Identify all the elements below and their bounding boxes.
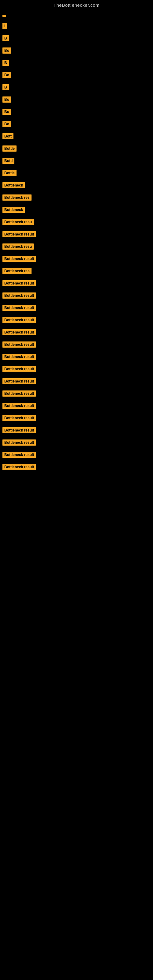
bottleneck-label: Bo <box>2 72 11 78</box>
bottleneck-label: Bottleneck resu <box>2 243 33 250</box>
bottleneck-label: Bottleneck result <box>2 403 36 409</box>
bottleneck-label: Bottleneck result <box>2 280 36 286</box>
list-item: Bottleneck result <box>0 436 153 449</box>
list-item: Bottleneck result <box>0 412 153 424</box>
list-item: Bottleneck res <box>0 191 153 204</box>
list-item: Bottleneck <box>0 204 153 216</box>
bottleneck-label: Bo <box>2 109 11 115</box>
bottleneck-label: Bo <box>2 48 11 54</box>
bottleneck-label: Bottleneck result <box>2 317 36 323</box>
site-title: TheBottlenecker.com <box>0 0 153 9</box>
bottleneck-label: Bottl <box>2 158 14 164</box>
list-item: Bottleneck result <box>0 339 153 351</box>
list-item: Bottleneck res <box>0 265 153 277</box>
list-item: Bo <box>0 45 153 57</box>
list-item: Bottleneck result <box>0 253 153 265</box>
bottleneck-label: Bottleneck result <box>2 366 36 372</box>
list-item: B <box>0 81 153 94</box>
list-item: Bottleneck result <box>0 387 153 400</box>
list-item: Bottleneck result <box>0 400 153 412</box>
bottleneck-label: Bottleneck res <box>2 268 32 274</box>
list-item: Bottleneck result <box>0 375 153 387</box>
list-item: Bottl <box>0 155 153 167</box>
list-item: Bott <box>0 130 153 142</box>
list-item: Bottleneck <box>0 179 153 191</box>
list-item: Bo <box>0 94 153 106</box>
bottleneck-label: Bottleneck result <box>2 427 36 433</box>
list-item: Bottleneck result <box>0 228 153 240</box>
bottleneck-label: Bottleneck result <box>2 464 36 470</box>
bottleneck-label: Bottleneck <box>2 207 25 213</box>
bottleneck-label: Bottleneck res <box>2 194 32 200</box>
bottleneck-label: Bottleneck result <box>2 354 36 360</box>
bottleneck-label: Bott <box>2 133 13 139</box>
bottleneck-label: Bottleneck result <box>2 231 36 237</box>
list-item: Bottleneck result <box>0 326 153 339</box>
list-item: B <box>0 32 153 45</box>
list-item: Bottleneck result <box>0 314 153 326</box>
bottleneck-label: Bottleneck result <box>2 293 36 299</box>
list-item: Bottleneck resu <box>0 240 153 253</box>
bottleneck-label: Bottleneck <box>2 182 25 188</box>
bottleneck-label: Bottleneck result <box>2 378 36 384</box>
bottleneck-label: Bottleneck result <box>2 329 36 335</box>
bottleneck-label: Bottleneck result <box>2 256 36 262</box>
list-item: Bottleneck result <box>0 290 153 302</box>
bottleneck-label: Bo <box>2 97 11 103</box>
bottleneck-label: Bottleneck result <box>2 342 36 348</box>
list-item: Bo <box>0 69 153 81</box>
list-item: Bottle <box>0 142 153 155</box>
bottleneck-label: i <box>2 23 7 29</box>
bottleneck-label <box>2 15 6 17</box>
list-item: Bo <box>0 106 153 118</box>
bottleneck-label: B <box>2 35 9 41</box>
bottleneck-label: Bottleneck resu <box>2 219 33 225</box>
list-item <box>0 12 153 20</box>
bottleneck-label: Bottleneck result <box>2 452 36 458</box>
list-item: Bottleneck result <box>0 277 153 290</box>
bottleneck-label: Bottle <box>2 145 16 151</box>
list-item: Bo <box>0 118 153 130</box>
bottleneck-label: Bottleneck result <box>2 439 36 445</box>
list-item: i <box>0 20 153 32</box>
list-item: Bottleneck result <box>0 449 153 461</box>
list-item: Bottleneck result <box>0 351 153 363</box>
list-item: Bottleneck result <box>0 302 153 314</box>
items-container: iBBoBBoBBoBoBoBottBottleBottlBottleBottl… <box>0 9 153 476</box>
list-item: Bottleneck result <box>0 461 153 473</box>
bottleneck-label: Bottleneck result <box>2 305 36 311</box>
bottleneck-label: Bottleneck result <box>2 415 36 421</box>
bottleneck-label: B <box>2 60 9 66</box>
list-item: Bottleneck result <box>0 363 153 375</box>
bottleneck-label: Bo <box>2 121 11 127</box>
list-item: Bottleneck resu <box>0 216 153 228</box>
bottleneck-label: B <box>2 84 9 90</box>
bottleneck-label: Bottleneck result <box>2 390 36 396</box>
list-item: Bottleneck result <box>0 424 153 436</box>
bottleneck-label: Bottle <box>2 170 16 176</box>
list-item: Bottle <box>0 167 153 179</box>
list-item: B <box>0 57 153 69</box>
